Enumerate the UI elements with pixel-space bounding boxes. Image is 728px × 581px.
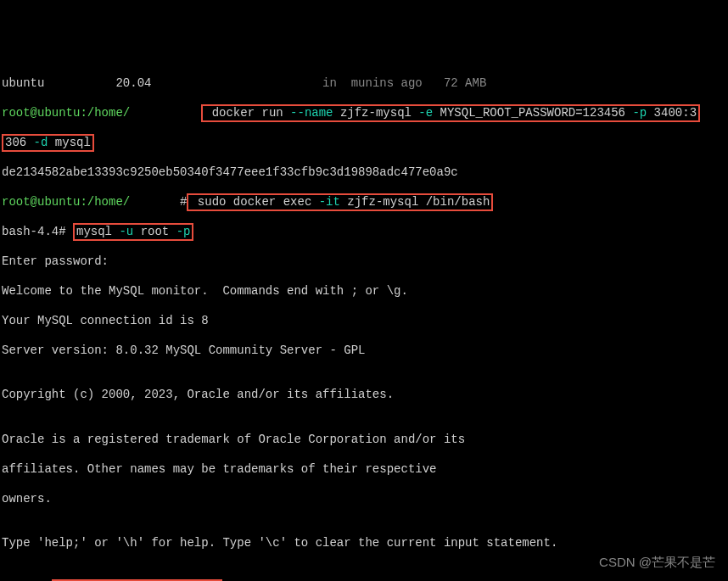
prompt-text: root@ubuntu:/home/ <box>2 195 130 209</box>
output-line: Enter password: <box>2 254 726 270</box>
highlighted-command: sudo docker exec -it zjfz-mysql /bin/bas… <box>187 193 493 212</box>
prompt-text: root@ubuntu:/home/ <box>2 106 130 120</box>
output-line: Server version: 8.0.32 MySQL Community S… <box>2 344 726 359</box>
highlighted-command: 306 -d mysql <box>2 134 94 153</box>
highlighted-command: mysql -u root -p <box>73 223 193 242</box>
highlighted-command: docker run --name zjfz-mysql -e MYSQL_RO… <box>201 104 700 123</box>
output-line: owners. <box>2 492 726 507</box>
watermark-text: CSDN @芒果不是芒 <box>599 555 715 571</box>
output-line: Copyright (c) 2000, 2023, Oracle and/or … <box>2 388 726 403</box>
prompt-text: bash-4.4# <box>2 225 73 238</box>
output-line: Oracle is a registered trademark of Orac… <box>2 433 726 448</box>
terminal-output: ubuntu 20.04 in munins ago 72 AMB root@u… <box>2 61 726 581</box>
output-line: Your MySQL connection id is 8 <box>2 314 726 329</box>
output-line: Welcome to the MySQL monitor. Commands e… <box>2 284 726 299</box>
host-text: ubuntu <box>2 76 44 90</box>
output-line: Type 'help;' or '\h' for help. Type '\c'… <box>2 536 726 551</box>
blurred-text <box>130 195 180 210</box>
output-line: de2134582abe13393c9250eb50340f3477eee1f3… <box>2 165 726 181</box>
output-line: affiliates. Other names may be trademark… <box>2 462 726 478</box>
blurred-text <box>130 106 187 121</box>
